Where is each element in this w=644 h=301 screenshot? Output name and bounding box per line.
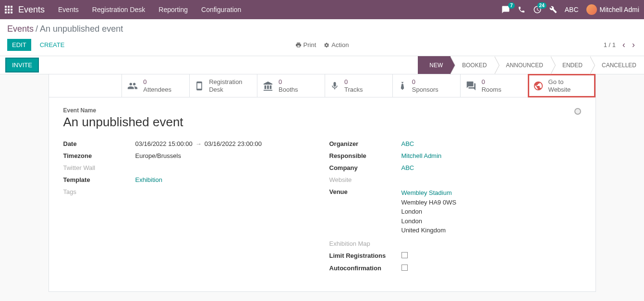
- chat-icon[interactable]: 7: [501, 5, 510, 14]
- tags-label: Tags: [63, 188, 135, 195]
- limit-reg-checkbox[interactable]: [401, 252, 408, 258]
- status-announced[interactable]: ANNOUNCED: [495, 56, 551, 74]
- kanban-state-dot[interactable]: [574, 108, 581, 115]
- breadcrumb-current: An unpublished event: [40, 24, 123, 34]
- twitter-wall-label: Twitter Wall: [63, 164, 135, 171]
- venue-value: Wembley Stadium Wembley HA9 0WS London L…: [401, 188, 581, 235]
- app-title[interactable]: Events: [18, 5, 45, 15]
- stat-rooms-count: 0: [482, 78, 501, 86]
- breadcrumb-bar: Events/An unpublished event: [0, 19, 644, 36]
- pager-next-icon[interactable]: ›: [630, 40, 637, 50]
- stat-tracks[interactable]: 0Tracks: [325, 74, 393, 97]
- stat-website-l2: Website: [548, 86, 571, 94]
- website-label: Website: [329, 176, 401, 183]
- phone-icon[interactable]: [518, 6, 525, 13]
- autoconf-checkbox[interactable]: [401, 265, 408, 271]
- stat-rooms[interactable]: 0Rooms: [461, 74, 528, 97]
- nav-registration-desk[interactable]: Registration Desk: [92, 6, 146, 13]
- event-name: An unpublished event: [63, 115, 581, 130]
- pager-prev-icon[interactable]: ‹: [620, 40, 627, 50]
- stat-sponsors[interactable]: 0Sponsors: [393, 74, 461, 97]
- timezone-value: Europe/Brussels: [135, 152, 315, 159]
- chat-bubbles-icon: [465, 81, 477, 91]
- exhibition-map-label: Exhibition Map: [329, 240, 401, 247]
- status-new[interactable]: NEW: [418, 56, 450, 74]
- autoconf-label: Autoconfirmation: [329, 265, 401, 272]
- activity-icon[interactable]: 24: [533, 5, 542, 14]
- tie-icon: [398, 81, 407, 91]
- stat-regdesk-l2: Desk: [209, 86, 242, 94]
- action-bar: EDIT CREATE Print Action 1 / 1 ‹ ›: [0, 36, 644, 56]
- venue-label: Venue: [329, 188, 401, 195]
- limit-reg-label: Limit Registrations: [329, 252, 401, 259]
- stat-booths-count: 0: [279, 78, 298, 86]
- breadcrumb: Events/An unpublished event: [7, 24, 637, 34]
- svg-rect-1: [8, 6, 10, 8]
- debug-icon[interactable]: [549, 6, 557, 13]
- company-label: Company: [329, 164, 401, 171]
- svg-rect-5: [11, 9, 12, 11]
- microphone-icon: [330, 81, 340, 91]
- phone-device-icon: [194, 81, 204, 91]
- action-label: Action: [331, 41, 349, 48]
- breadcrumb-root[interactable]: Events: [7, 24, 34, 34]
- stat-go-to-website[interactable]: Go toWebsite: [528, 74, 595, 97]
- stat-regdesk-l1: Registration: [209, 78, 242, 86]
- nav-reporting[interactable]: Reporting: [158, 6, 188, 13]
- svg-rect-6: [5, 12, 7, 13]
- stat-booths[interactable]: 0Booths: [257, 74, 325, 97]
- edit-button[interactable]: EDIT: [7, 39, 31, 51]
- svg-rect-7: [8, 12, 10, 13]
- statusbar: INVITE NEW BOOKED ANNOUNCED ENDED CANCEL…: [0, 56, 644, 74]
- event-name-label: Event Name: [63, 107, 581, 114]
- svg-rect-8: [11, 12, 12, 13]
- nav-events[interactable]: Events: [58, 6, 79, 13]
- organizer-label: Organizer: [329, 140, 401, 147]
- template-label: Template: [63, 176, 135, 183]
- organizer-value[interactable]: ABC: [401, 140, 581, 147]
- venue-name[interactable]: Wembley Stadium: [401, 188, 581, 198]
- template-value[interactable]: Exhibition: [135, 176, 315, 183]
- users-icon: [127, 81, 138, 91]
- stat-empty: [49, 74, 122, 97]
- svg-rect-3: [5, 9, 7, 11]
- date-value: 03/16/2022 15:00:00→03/16/2022 23:00:00: [135, 140, 315, 147]
- status-cancelled[interactable]: CANCELLED: [590, 56, 644, 74]
- stat-sponsors-count: 0: [412, 78, 438, 86]
- stat-attendees-label: Attendees: [143, 86, 171, 94]
- svg-rect-4: [8, 9, 10, 11]
- globe-icon: [533, 81, 544, 91]
- timezone-label: Timezone: [63, 152, 135, 159]
- nav-configuration[interactable]: Configuration: [201, 6, 241, 13]
- building-icon: [262, 81, 274, 91]
- print-action[interactable]: Print: [295, 41, 316, 48]
- chat-badge: 7: [508, 2, 515, 9]
- user-menu[interactable]: Mitchell Admi: [586, 4, 639, 15]
- company-value[interactable]: ABC: [401, 164, 581, 171]
- apps-icon[interactable]: [5, 6, 12, 13]
- form-sheet: 0Attendees RegistrationDesk 0Booths 0Tra…: [49, 74, 596, 292]
- status-ended[interactable]: ENDED: [551, 56, 590, 74]
- date-label: Date: [63, 140, 135, 147]
- responsible-value[interactable]: Mitchell Admin: [401, 152, 581, 159]
- avatar: [586, 4, 597, 15]
- stat-rooms-label: Rooms: [482, 86, 501, 94]
- stat-sponsors-label: Sponsors: [412, 86, 438, 94]
- left-column: Date 03/16/2022 15:00:00→03/16/2022 23:0…: [63, 140, 315, 277]
- svg-rect-2: [11, 6, 12, 8]
- stat-booths-label: Booths: [279, 86, 298, 94]
- stat-registration-desk[interactable]: RegistrationDesk: [190, 74, 257, 97]
- stat-attendees-count: 0: [143, 78, 171, 86]
- action-dropdown[interactable]: Action: [324, 41, 349, 48]
- company-switcher[interactable]: ABC: [565, 6, 579, 13]
- stat-website-l1: Go to: [548, 78, 571, 86]
- create-button[interactable]: CREATE: [35, 39, 70, 51]
- status-booked[interactable]: BOOKED: [450, 56, 494, 74]
- invite-button[interactable]: INVITE: [5, 58, 39, 72]
- stat-buttons: 0Attendees RegistrationDesk 0Booths 0Tra…: [49, 74, 595, 97]
- pager-text: 1 / 1: [604, 41, 616, 48]
- svg-rect-0: [5, 6, 7, 8]
- stat-attendees[interactable]: 0Attendees: [122, 74, 190, 97]
- responsible-label: Responsible: [329, 152, 401, 159]
- print-label: Print: [304, 41, 316, 48]
